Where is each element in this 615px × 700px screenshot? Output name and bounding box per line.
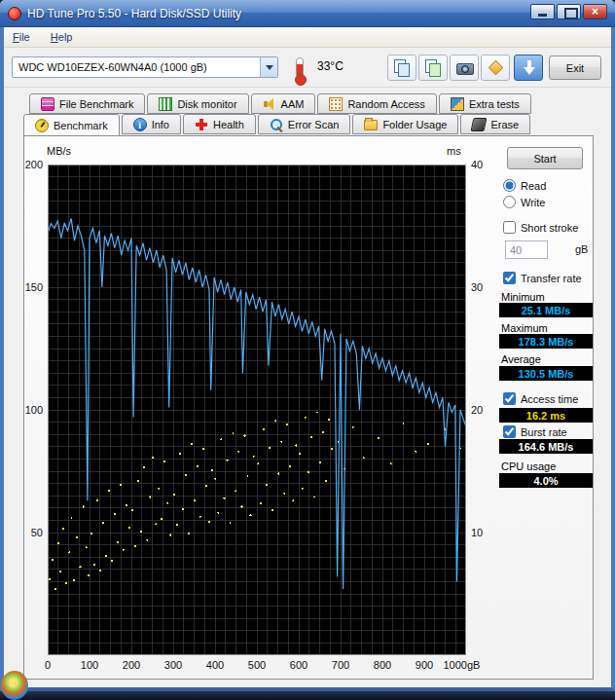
tab-folder-usage[interactable]: Folder Usage bbox=[352, 114, 458, 134]
menubar: File Help bbox=[4, 27, 611, 48]
extra-tests-icon bbox=[451, 97, 464, 111]
write-radio-input[interactable] bbox=[503, 196, 516, 208]
screenshot-button[interactable] bbox=[450, 55, 479, 81]
drive-select-value: WDC WD10EZEX-60WN4A0 (1000 gB) bbox=[18, 57, 207, 77]
y-axis-ticks-right: 40302010 bbox=[469, 165, 494, 655]
read-radio[interactable]: Read bbox=[503, 179, 546, 192]
file-benchmark-icon bbox=[41, 97, 54, 111]
desktop: HD Tune Pro 5.50 - Hard Disk/SSD Utility… bbox=[0, 0, 615, 700]
tab-erase[interactable]: Erase bbox=[460, 114, 530, 134]
access-time-checkbox[interactable]: Access time bbox=[503, 392, 578, 405]
read-label: Read bbox=[521, 180, 546, 192]
tab-label: Health bbox=[213, 119, 244, 130]
cpu-usage-label: CPU usage bbox=[501, 461, 556, 472]
maximum-label: Maximum bbox=[501, 322, 548, 334]
benchmark-chart-svg bbox=[48, 165, 466, 655]
tab-row-primary: Benchmark Info Health Error Scan Folder … bbox=[23, 114, 530, 135]
app-icon bbox=[8, 7, 21, 20]
folder-usage-icon bbox=[364, 120, 378, 130]
access-time-checkbox-input[interactable] bbox=[503, 392, 516, 405]
average-value: 130.5 MB/s bbox=[499, 366, 593, 381]
write-label: Write bbox=[521, 197, 545, 208]
tab-info[interactable]: Info bbox=[122, 114, 181, 134]
camera-icon bbox=[456, 60, 474, 76]
random-access-icon bbox=[329, 97, 343, 111]
access-time-value: 16.2 ms bbox=[499, 408, 593, 423]
tab-disk-monitor[interactable]: Disk monitor bbox=[147, 93, 248, 114]
tab-aam[interactable]: AAM bbox=[251, 93, 316, 114]
titlebar[interactable]: HD Tune Pro 5.50 - Hard Disk/SSD Utility… bbox=[0, 0, 615, 27]
toolbar: WDC WD10EZEX-60WN4A0 (1000 gB) 33°C Exit bbox=[4, 48, 611, 88]
info-icon bbox=[133, 118, 147, 131]
write-radio[interactable]: Write bbox=[503, 196, 545, 208]
tab-label: File Benchmark bbox=[59, 98, 133, 110]
down-arrow-icon bbox=[524, 59, 535, 77]
menu-file[interactable]: File bbox=[4, 27, 39, 48]
window-title: HD Tune Pro 5.50 - Hard Disk/SSD Utility bbox=[27, 0, 241, 27]
tab-label: Disk monitor bbox=[177, 98, 236, 110]
start-button[interactable]: Start bbox=[507, 147, 583, 169]
tab-random-access[interactable]: Random Access bbox=[317, 93, 436, 114]
minimum-value: 25.1 MB/s bbox=[499, 303, 593, 317]
minimize-button[interactable] bbox=[530, 4, 555, 19]
copy-image-button[interactable] bbox=[418, 55, 448, 81]
transfer-rate-label: Transfer rate bbox=[521, 273, 582, 284]
average-label: Average bbox=[501, 353, 541, 365]
close-button[interactable]: × bbox=[583, 4, 607, 19]
tab-label: Info bbox=[152, 119, 169, 130]
update-button[interactable] bbox=[514, 55, 543, 81]
tab-file-benchmark[interactable]: File Benchmark bbox=[29, 93, 145, 114]
start-orb[interactable] bbox=[1, 671, 28, 700]
window-controls: × bbox=[530, 4, 607, 19]
minimum-label: Minimum bbox=[501, 291, 545, 303]
tab-label: Random Access bbox=[347, 98, 424, 110]
tab-label: Extra tests bbox=[469, 98, 520, 110]
access-time-label: Access time bbox=[521, 393, 578, 405]
exit-button[interactable]: Exit bbox=[549, 55, 601, 80]
benchmark-panel: MB/s ms 20015010050 40302010 01002003004… bbox=[23, 135, 594, 680]
copy-text-icon bbox=[393, 59, 411, 76]
y-axis-ticks-left: 20015010050 bbox=[24, 165, 45, 655]
save-results-button[interactable] bbox=[481, 55, 510, 81]
short-stroke-checkbox[interactable]: Short stroke bbox=[503, 221, 578, 234]
benchmark-chart bbox=[48, 165, 466, 655]
tab-error-scan[interactable]: Error Scan bbox=[258, 114, 351, 134]
read-radio-input[interactable] bbox=[503, 179, 516, 192]
temperature-value: 33°C bbox=[317, 59, 344, 73]
tab-label: Erase bbox=[490, 119, 519, 130]
transfer-rate-checkbox[interactable]: Transfer rate bbox=[503, 272, 582, 284]
cpu-usage-value: 4.0% bbox=[499, 473, 593, 488]
burst-rate-value: 164.6 MB/s bbox=[499, 439, 593, 454]
maximum-value: 178.3 MB/s bbox=[499, 334, 593, 349]
y-axis-unit-right: ms bbox=[447, 145, 461, 157]
tab-label: Error Scan bbox=[288, 119, 340, 130]
tab-benchmark[interactable]: Benchmark bbox=[23, 114, 120, 136]
thermometer-icon bbox=[296, 57, 304, 76]
toolbar-buttons bbox=[387, 55, 510, 81]
tab-label: Folder Usage bbox=[382, 119, 447, 130]
health-icon bbox=[195, 118, 208, 131]
disk-monitor-icon bbox=[159, 97, 172, 111]
save-icon bbox=[488, 60, 504, 76]
short-stroke-value-field[interactable] bbox=[505, 240, 548, 259]
tab-health[interactable]: Health bbox=[183, 114, 256, 134]
tab-extra-tests[interactable]: Extra tests bbox=[439, 93, 531, 114]
copy-text-button[interactable] bbox=[387, 55, 416, 81]
drive-select[interactable]: WDC WD10EZEX-60WN4A0 (1000 gB) bbox=[12, 56, 278, 78]
aam-icon bbox=[263, 97, 276, 111]
chevron-down-icon bbox=[260, 57, 277, 77]
taskbar[interactable] bbox=[0, 691, 615, 700]
burst-rate-checkbox-input[interactable] bbox=[503, 425, 516, 438]
maximize-button[interactable] bbox=[557, 4, 581, 19]
error-scan-icon bbox=[270, 118, 283, 131]
burst-rate-label: Burst rate bbox=[521, 426, 567, 438]
menu-help[interactable]: Help bbox=[42, 27, 82, 48]
x-axis-ticks: 01002003004005006007008009001000gB bbox=[48, 659, 466, 673]
short-stroke-checkbox-input[interactable] bbox=[503, 221, 516, 234]
short-stroke-label: Short stroke bbox=[521, 222, 578, 234]
y-axis-unit-left: MB/s bbox=[47, 145, 71, 157]
burst-rate-checkbox[interactable]: Burst rate bbox=[503, 425, 567, 438]
transfer-rate-checkbox-input[interactable] bbox=[503, 272, 516, 284]
erase-icon bbox=[471, 118, 488, 131]
gb-unit-label: gB bbox=[575, 243, 588, 255]
